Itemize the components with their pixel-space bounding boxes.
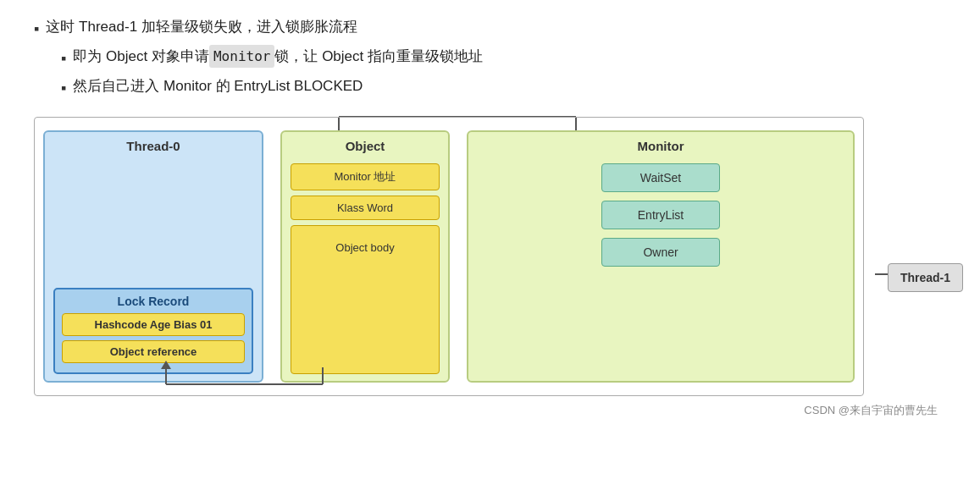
- thread0-title: Thread-0: [126, 139, 180, 153]
- klass-word-field: Klass Word: [291, 196, 440, 220]
- lock-record-box: Lock Record Hashcode Age Bias 01 Object …: [53, 288, 253, 374]
- bullet-text-1: 这时 Thread-1 加轻量级锁失败，进入锁膨胀流程: [46, 15, 357, 38]
- bullet-line3: ▪ 然后自己进入 Monitor 的 EntryList BLOCKED: [61, 74, 946, 101]
- waitset-item: WaitSet: [601, 163, 720, 192]
- entrylist-item: EntryList: [601, 201, 720, 229]
- lock-record-title: Lock Record: [62, 295, 245, 308]
- bullet-text-3: 然后自己进入 Monitor 的 EntryList BLOCKED: [73, 74, 363, 97]
- footer-text: CSDN @来自宇宙的曹先生: [34, 403, 946, 418]
- bullet-marker-1: ▪: [34, 17, 39, 41]
- bullet-line2: ▪ 即为 Object 对象申请 Monitor 锁，让 Object 指向重量…: [61, 45, 946, 71]
- bullet-text-2a: 即为 Object 对象申请: [73, 45, 209, 68]
- text-block: ▪ 这时 Thread-1 加轻量级锁失败，进入锁膨胀流程 ▪ 即为 Objec…: [34, 15, 946, 100]
- bullet-marker-3: ▪: [61, 76, 66, 101]
- object-body-field: Object body: [291, 225, 440, 374]
- diagram-outer-box: Thread-0 Lock Record Hashcode Age Bias 0…: [34, 117, 864, 396]
- thread1-box: Thread-1: [888, 263, 963, 292]
- bullet-line1: ▪ 这时 Thread-1 加轻量级锁失败，进入锁膨胀流程: [34, 15, 946, 41]
- monitor-title: Monitor: [638, 139, 684, 153]
- object-title: Object: [346, 139, 385, 153]
- object-reference-row: Object reference: [62, 340, 245, 363]
- bullet-text-2b: 锁，让 Object 指向重量级锁地址: [274, 45, 483, 68]
- object-panel: Object Monitor 地址 Klass Word Object body: [280, 130, 450, 383]
- diagram-container: Thread-0 Lock Record Hashcode Age Bias 0…: [34, 117, 940, 396]
- monitor-addr-field: Monitor 地址: [291, 163, 440, 190]
- monitor-code: Monitor: [209, 45, 274, 69]
- monitor-panel: Monitor WaitSet EntryList Owner Thread-1: [467, 130, 855, 383]
- bullet-marker-2: ▪: [61, 47, 66, 71]
- owner-item: Owner: [601, 238, 720, 267]
- thread0-panel: Thread-0 Lock Record Hashcode Age Bias 0…: [43, 130, 263, 383]
- hashcode-row: Hashcode Age Bias 01: [62, 313, 245, 336]
- page-container: ▪ 这时 Thread-1 加轻量级锁失败，进入锁膨胀流程 ▪ 即为 Objec…: [0, 0, 980, 496]
